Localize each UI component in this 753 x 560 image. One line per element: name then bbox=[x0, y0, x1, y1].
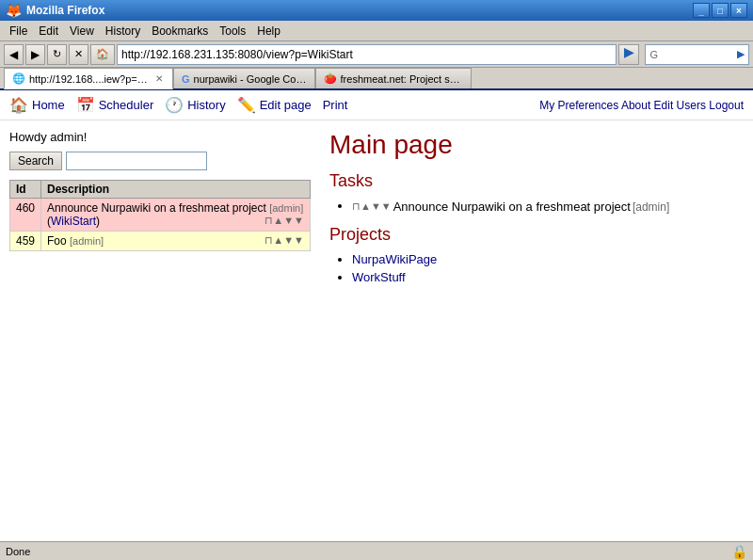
forward-button[interactable]: ▶ bbox=[25, 44, 45, 65]
task-id-459: 459 bbox=[10, 232, 41, 251]
task-item-badge: [admin] bbox=[633, 200, 669, 214]
nav-bar: ◀ ▶ ↻ ✕ 🏠 ▶ G ▶ bbox=[0, 41, 753, 68]
greeting: Howdy admin! bbox=[9, 130, 311, 144]
search-go-icon: ▶ bbox=[737, 48, 745, 60]
search-bar: G ▶ bbox=[645, 44, 749, 65]
content-area: 🏠 Home 📅 Scheduler 🕐 History ✏️ Edit pag… bbox=[0, 90, 753, 541]
stop-icon: ✕ bbox=[74, 48, 83, 60]
nav-home-label: Home bbox=[32, 98, 65, 112]
menu-file[interactable]: File bbox=[4, 23, 33, 40]
col-id: Id bbox=[10, 181, 41, 199]
list-item: ⊓▲▼▼ Announce Nurpawiki on a freshmeat p… bbox=[352, 199, 744, 214]
menu-help[interactable]: Help bbox=[251, 23, 286, 40]
app-nav: 🏠 Home 📅 Scheduler 🕐 History ✏️ Edit pag… bbox=[9, 96, 347, 114]
link-about[interactable]: About bbox=[621, 99, 650, 112]
table-row: 459 Foo [admin] ⊓▲▼▼ bbox=[10, 232, 311, 251]
search-input[interactable] bbox=[66, 152, 207, 170]
task-desc-460: Announce Nurpawiki on a freshmeat projec… bbox=[41, 199, 311, 232]
close-button[interactable]: × bbox=[730, 3, 747, 18]
tab-0[interactable]: 🌐 http://192.168....iew?p=WikiStart ✕ bbox=[4, 68, 173, 89]
task-item-icons: ⊓▲▼▼ bbox=[352, 200, 392, 213]
app-header: 🏠 Home 📅 Scheduler 🕐 History ✏️ Edit pag… bbox=[0, 90, 753, 120]
right-panel: Main page Tasks ⊓▲▼▼ Announce Nurpawiki … bbox=[329, 130, 744, 296]
task-admin-badge-2: [admin] bbox=[70, 235, 104, 247]
nav-print-label: Print bbox=[323, 98, 348, 112]
home-button[interactable]: 🏠 bbox=[90, 44, 115, 65]
menu-tools[interactable]: Tools bbox=[214, 23, 251, 40]
task-admin-badge: [admin] bbox=[269, 202, 303, 214]
scheduler-icon: 📅 bbox=[76, 96, 95, 114]
task-icons-460: ⊓▲▼▼ bbox=[264, 215, 304, 227]
tab-0-favicon: 🌐 bbox=[12, 72, 25, 85]
tab-1-label: nurpawiki - Google Code bbox=[194, 73, 307, 85]
menu-view[interactable]: View bbox=[64, 23, 100, 40]
edit-icon: ✏️ bbox=[237, 96, 256, 114]
nav-edit-label: Edit page bbox=[260, 98, 312, 112]
history-icon: 🕐 bbox=[165, 96, 184, 114]
tab-bar: 🌐 http://192.168....iew?p=WikiStart ✕ G … bbox=[0, 68, 753, 90]
tab-0-close[interactable]: ✕ bbox=[153, 73, 165, 84]
task-item-1: ⊓▲▼▼ Announce Nurpawiki on a freshmeat p… bbox=[352, 200, 744, 214]
tab-2-label: freshmeat.net: Project submission - St..… bbox=[341, 73, 463, 85]
firefox-icon: 🦊 bbox=[6, 3, 22, 18]
nav-home[interactable]: 🏠 Home bbox=[9, 96, 65, 114]
task-sep2: ) bbox=[96, 215, 100, 228]
list-item: WorkStuff bbox=[352, 270, 744, 284]
tab-0-label: http://192.168....iew?p=WikiStart bbox=[29, 73, 150, 85]
link-my-preferences[interactable]: My Preferences bbox=[539, 99, 618, 112]
task-desc-text-2: Foo bbox=[47, 234, 67, 248]
left-panel: Howdy admin! Search Id Description 460 bbox=[9, 130, 311, 296]
back-arrow-icon: ◀ bbox=[9, 48, 18, 61]
nav-edit-page[interactable]: ✏️ Edit page bbox=[237, 96, 312, 114]
nav-history[interactable]: 🕐 History bbox=[165, 96, 225, 114]
col-description: Description bbox=[41, 181, 311, 199]
tab-1-favicon: G bbox=[182, 73, 190, 85]
nav-history-label: History bbox=[187, 98, 225, 112]
task-item-text: Announce Nurpawiki on a freshmeat projec… bbox=[393, 200, 631, 214]
address-input[interactable] bbox=[121, 48, 612, 61]
home-nav-icon: 🏠 bbox=[9, 96, 28, 114]
home-icon: 🏠 bbox=[96, 48, 109, 60]
nav-scheduler[interactable]: 📅 Scheduler bbox=[76, 96, 154, 114]
nav-scheduler-label: Scheduler bbox=[99, 98, 154, 112]
go-button[interactable]: ▶ bbox=[618, 44, 639, 65]
search-button[interactable]: Search bbox=[9, 152, 62, 170]
menu-bookmarks[interactable]: Bookmarks bbox=[146, 23, 214, 40]
reload-button[interactable]: ↻ bbox=[47, 44, 67, 65]
task-id-460: 460 bbox=[10, 199, 41, 232]
menu-edit[interactable]: Edit bbox=[33, 23, 64, 40]
browser-search-input[interactable] bbox=[660, 48, 735, 61]
task-desc-459: Foo [admin] ⊓▲▼▼ bbox=[41, 232, 311, 251]
projects-list: NurpaWikiPage WorkStuff bbox=[329, 252, 744, 284]
wiki-main-title: Main page bbox=[329, 130, 744, 160]
address-bar bbox=[117, 44, 617, 65]
minimize-button[interactable]: _ bbox=[693, 3, 710, 18]
list-item: NurpaWikiPage bbox=[352, 252, 744, 266]
wiki-section-tasks: Tasks bbox=[329, 171, 744, 191]
project-link-2[interactable]: WorkStuff bbox=[352, 270, 406, 284]
title-bar: 🦊 Mozilla Firefox _ □ × bbox=[0, 0, 753, 21]
task-wiki-link[interactable]: WikiStart bbox=[51, 215, 96, 228]
table-row: 460 Announce Nurpawiki on a freshmeat pr… bbox=[10, 199, 311, 232]
back-button[interactable]: ◀ bbox=[4, 44, 24, 65]
forward-arrow-icon: ▶ bbox=[31, 48, 40, 61]
tab-1[interactable]: G nurpawiki - Google Code bbox=[173, 68, 315, 88]
wiki-section-projects: Projects bbox=[329, 225, 744, 245]
menu-history[interactable]: History bbox=[100, 23, 146, 40]
search-engine-icon: G bbox=[649, 49, 658, 60]
menu-bar: File Edit View History Bookmarks Tools H… bbox=[0, 21, 753, 41]
window-controls: _ □ × bbox=[693, 3, 747, 18]
header-links: My Preferences About Edit Users Logout bbox=[539, 99, 744, 112]
tab-2[interactable]: 🍅 freshmeat.net: Project submission - St… bbox=[315, 68, 472, 88]
task-desc-text: Announce Nurpawiki on a freshmeat projec… bbox=[47, 201, 266, 215]
maximize-button[interactable]: □ bbox=[712, 3, 729, 18]
page-body: Howdy admin! Search Id Description 460 bbox=[0, 120, 753, 305]
stop-button[interactable]: ✕ bbox=[69, 44, 88, 65]
tasks-list: ⊓▲▼▼ Announce Nurpawiki on a freshmeat p… bbox=[329, 199, 744, 214]
link-logout[interactable]: Logout bbox=[709, 99, 744, 112]
link-edit-users[interactable]: Edit Users bbox=[654, 99, 706, 112]
task-table: Id Description 460 Announce Nurpawiki on… bbox=[9, 180, 311, 251]
nav-print[interactable]: Print bbox=[323, 98, 348, 112]
search-row: Search bbox=[9, 152, 311, 170]
project-link-1[interactable]: NurpaWikiPage bbox=[352, 252, 437, 266]
